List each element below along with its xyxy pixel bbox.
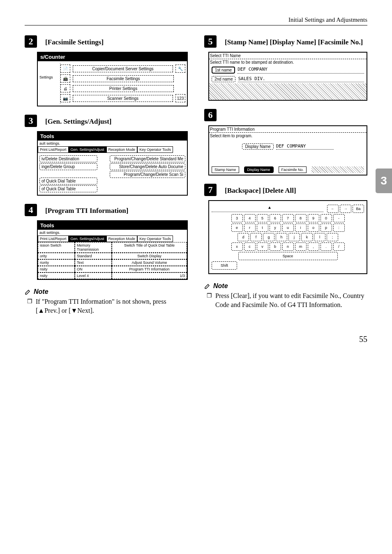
step5-label: [Stamp Name] [Display Name] [Facsimile N… bbox=[225, 38, 367, 46]
tab-key-operator[interactable]: Key Operator Tools bbox=[137, 235, 173, 242]
key[interactable]: 0 bbox=[321, 214, 332, 222]
key[interactable]: t bbox=[257, 224, 268, 232]
page-indicator: 1/3 bbox=[112, 272, 187, 279]
key[interactable]: ; bbox=[327, 233, 338, 241]
cell: Standard bbox=[75, 253, 112, 259]
printer-icon: 🖨 bbox=[60, 84, 70, 92]
key[interactable]: - bbox=[333, 214, 345, 222]
tool-icon: 🔧 bbox=[175, 65, 185, 73]
tti-program-panel: Program TTI Information Select item to p… bbox=[208, 125, 367, 175]
key[interactable]: 4 bbox=[244, 214, 256, 222]
list-item[interactable]: inge/Delete Group bbox=[39, 163, 97, 170]
tti-2nd-name-button[interactable]: 2nd name bbox=[212, 76, 235, 82]
key[interactable]: b bbox=[270, 242, 281, 251]
tab-print-list[interactable]: Print List/Report bbox=[38, 235, 69, 242]
shift-key[interactable]: Shift bbox=[212, 261, 237, 270]
tab-reception[interactable]: Reception Mode bbox=[106, 146, 138, 153]
cell: ission Switch bbox=[38, 242, 75, 253]
list-item[interactable]: Program/Change/Delete Scan Si bbox=[110, 171, 185, 178]
display-name-button[interactable]: Display Name bbox=[244, 166, 274, 173]
key[interactable]: f bbox=[250, 233, 262, 241]
copier-icon: 📄 bbox=[60, 65, 70, 73]
cell-button[interactable]: Adjust Sound Volume bbox=[112, 259, 187, 266]
tti-prog-heading: Program TTI Information bbox=[209, 126, 367, 133]
tab-gen-settings[interactable]: Gen. Settings/Adjust bbox=[69, 146, 106, 153]
tab-gen-settings[interactable]: Gen. Settings/Adjust bbox=[69, 235, 106, 242]
key[interactable]: / bbox=[333, 242, 345, 251]
cell-button[interactable]: Switch Title of Quick Dial Table bbox=[112, 242, 187, 253]
key[interactable]: 5 bbox=[257, 214, 268, 222]
key[interactable]: x bbox=[231, 242, 243, 251]
key[interactable]: v bbox=[257, 242, 268, 251]
key[interactable]: e bbox=[231, 224, 243, 232]
key[interactable]: i bbox=[295, 224, 307, 232]
tools1-sub: ault settings. bbox=[38, 141, 187, 146]
tab-print-list[interactable]: Print List/Report bbox=[38, 146, 69, 153]
key[interactable]: o bbox=[308, 224, 319, 232]
step3-label: [Gen. Settings/Adjust] bbox=[45, 118, 188, 126]
key[interactable]: l bbox=[314, 233, 325, 241]
tools2-sub: ault settings. bbox=[38, 230, 187, 235]
step-number-6: 6 bbox=[204, 109, 217, 121]
key[interactable]: g bbox=[263, 233, 274, 241]
step-number-7: 7 bbox=[204, 184, 217, 196]
tti-1st-name-value: DEF COMPANY bbox=[238, 67, 364, 74]
step-number-2: 2 bbox=[25, 35, 37, 48]
step7-label: [Backspace] [Delete All] bbox=[225, 187, 367, 195]
cell: Level 4 bbox=[75, 272, 112, 279]
list-item[interactable]: Program/Change/Delete Standard Me bbox=[110, 155, 185, 162]
display-name-label: Display Name bbox=[242, 143, 273, 150]
key[interactable]: . bbox=[321, 242, 332, 251]
tti-1st-name-button[interactable]: 1st name bbox=[212, 67, 235, 74]
key[interactable]: p bbox=[321, 224, 332, 232]
key[interactable]: h bbox=[276, 233, 287, 241]
key[interactable]: : bbox=[333, 224, 345, 232]
list-item[interactable]: Store/Change/Delete Auto Docume bbox=[110, 163, 185, 170]
stamp-name-button[interactable]: Stamp Name bbox=[212, 166, 239, 173]
cell-button[interactable]: Switch Display bbox=[112, 253, 187, 259]
key[interactable]: m bbox=[295, 242, 307, 251]
key[interactable]: 3 bbox=[231, 214, 243, 222]
fax-icon: 📠 bbox=[60, 74, 70, 83]
counter-sidetab: Settings bbox=[39, 63, 60, 104]
key[interactable]: c bbox=[244, 242, 256, 251]
nav-right-key[interactable]: → bbox=[340, 205, 351, 213]
facsimile-settings-button[interactable]: Facsimile Settings bbox=[73, 75, 174, 82]
program-tti-button[interactable]: Program TTI Information bbox=[112, 266, 187, 272]
copier-settings-button[interactable]: Copier/Document Server Settings bbox=[73, 65, 173, 72]
scanner-settings-button[interactable]: Scanner Settings bbox=[73, 95, 173, 102]
tools-panel-1: Tools ault settings. Print List/Report G… bbox=[37, 131, 188, 196]
keyboard-panel: ▲ ← → Ba 3 4 5 6 7 8 9 0 bbox=[208, 200, 367, 274]
key[interactable]: u bbox=[282, 224, 294, 232]
nav-left-key[interactable]: ← bbox=[327, 205, 339, 213]
key[interactable]: , bbox=[308, 242, 319, 251]
counter-panel-title: s/Counter bbox=[38, 53, 187, 61]
cursor-indicator: ▲ bbox=[267, 205, 272, 210]
step4-label: [Program TTI Information] bbox=[45, 207, 188, 215]
tab-key-operator[interactable]: Key Operator Tools bbox=[137, 146, 173, 153]
space-key[interactable]: Space bbox=[238, 252, 338, 260]
key[interactable]: 7 bbox=[282, 214, 294, 222]
list-item[interactable]: of Quick Dial Table bbox=[39, 185, 97, 192]
list-item[interactable]: iv/Delete Destination bbox=[39, 155, 97, 162]
key[interactable]: 9 bbox=[308, 214, 319, 222]
pencil-icon bbox=[25, 289, 31, 295]
printer-settings-button[interactable]: Printer Settings bbox=[73, 85, 174, 92]
cell: Text bbox=[75, 259, 112, 266]
key[interactable]: n bbox=[282, 242, 294, 251]
backspace-key[interactable]: Ba bbox=[353, 205, 364, 213]
key[interactable]: j bbox=[288, 233, 300, 241]
tti-select-heading: Select TTI Name bbox=[209, 53, 367, 59]
cell: ority bbox=[38, 253, 75, 259]
key[interactable]: k bbox=[301, 233, 313, 241]
key[interactable]: y bbox=[270, 224, 281, 232]
key[interactable]: 8 bbox=[295, 214, 307, 222]
tab-reception[interactable]: Reception Mode bbox=[106, 235, 138, 242]
key[interactable]: 6 bbox=[270, 214, 281, 222]
cell: nsity bbox=[38, 266, 75, 272]
facsimile-no-button[interactable]: Facsimile No. bbox=[279, 166, 307, 173]
key[interactable]: d bbox=[238, 233, 249, 241]
tools-panel-2: Tools ault settings. Print List/Report G… bbox=[37, 220, 188, 280]
list-item[interactable]: of Quick Dial Table bbox=[39, 178, 97, 185]
key[interactable]: r bbox=[244, 224, 256, 232]
